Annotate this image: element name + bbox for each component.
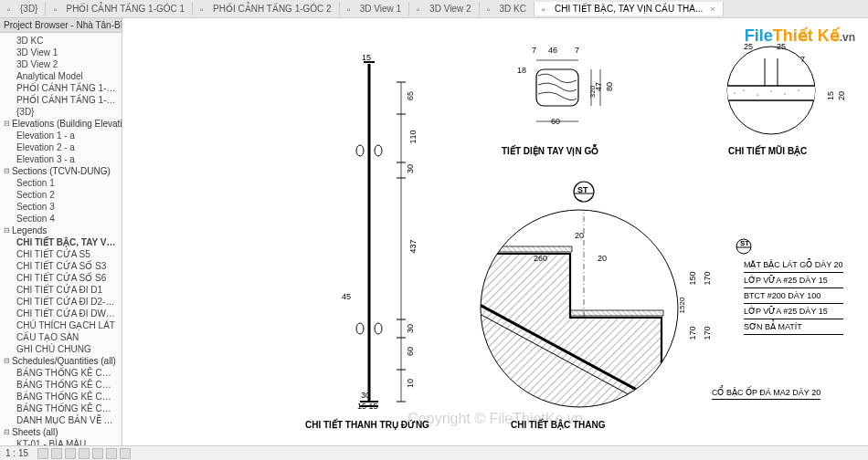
svg-point-4 xyxy=(356,145,364,156)
close-icon[interactable]: × xyxy=(710,5,715,14)
tree-item[interactable]: CHI TIẾT CỬA SỔ S3 xyxy=(0,260,122,272)
tree-item[interactable]: 3D KC xyxy=(0,35,122,47)
tree-item[interactable]: Section 4 xyxy=(0,213,122,225)
shadows-icon[interactable] xyxy=(65,448,76,459)
dim-text: 150 xyxy=(688,271,697,285)
tree-item[interactable]: 3D View 2 xyxy=(0,58,122,70)
svg-point-7 xyxy=(375,323,382,334)
note-bottom: CỔ BẬC ỐP ĐÁ MA2 DÀY 20 xyxy=(712,388,820,400)
svg-rect-17 xyxy=(536,69,578,106)
model-graphics-icon[interactable] xyxy=(37,448,48,459)
tree-item[interactable]: Elevation 1 - a xyxy=(0,130,122,141)
tree-item[interactable]: Analytical Model xyxy=(0,70,122,82)
cube-icon: ▫ xyxy=(347,5,356,14)
crop-icon[interactable] xyxy=(79,448,90,459)
svg-point-30 xyxy=(784,93,785,94)
tab-3d-view-1[interactable]: ▫3D View 1 xyxy=(340,2,409,16)
view-tabs: ▫{3D} ▫PHỐI CẢNH TẦNG 1-GÓC 1 ▫PHỐI CẢNH… xyxy=(0,0,868,18)
hide-isolate-icon[interactable] xyxy=(106,448,117,459)
tree-item[interactable]: PHỐI CẢNH TẦNG 1-GÓC 2 xyxy=(0,94,122,106)
tree-group-header[interactable]: Schedules/Quantities (all) xyxy=(0,355,122,367)
dim-text: 260 xyxy=(534,254,547,263)
dim-text: 60 xyxy=(551,117,560,126)
tree-item[interactable]: 3D View 1 xyxy=(0,47,122,58)
tree-item[interactable]: GHI CHÚ CHUNG xyxy=(0,343,122,355)
svg-point-31 xyxy=(798,89,799,90)
tree-item[interactable]: PHỐI CẢNH TẦNG 1-GÓC 1 xyxy=(0,82,122,94)
tab-3d-kc[interactable]: ▫3D KC xyxy=(480,2,535,16)
dim-text: 15 xyxy=(362,53,371,62)
dim-text: 15 15 xyxy=(357,402,378,411)
tree-item[interactable]: CHI TIẾT BẬC, TAY VỊN CẦU TH xyxy=(0,236,122,248)
reveal-hidden-icon[interactable] xyxy=(120,448,131,459)
cube-icon: ▫ xyxy=(7,5,16,14)
tree-item[interactable]: Elevation 2 - a xyxy=(0,141,122,153)
dim-text: 20 xyxy=(575,231,584,240)
dim-text: 15 xyxy=(826,91,835,100)
svg-point-5 xyxy=(375,145,382,156)
dim-text: 110 xyxy=(408,130,418,143)
tree-item[interactable]: DANH MỤC BẢN VẼ KIẾN TRÚC xyxy=(0,414,122,426)
legend-icon: ▫ xyxy=(542,5,551,14)
project-browser: Project Browser - Nhà Tân-Bình Giang-...… xyxy=(0,18,122,445)
cube-icon: ▫ xyxy=(487,5,496,14)
tree-item[interactable]: Section 2 xyxy=(0,189,122,201)
project-browser-title: Project Browser - Nhà Tân-Bình Giang-... xyxy=(0,18,122,33)
tree-item[interactable]: CHI TIẾT CỬA S5 xyxy=(0,248,122,260)
dim-text: 25 xyxy=(744,42,753,51)
dim-text: 10 xyxy=(406,379,415,388)
drawing-nosing xyxy=(707,40,835,141)
dim-text: 170 xyxy=(688,326,697,340)
sun-path-icon[interactable] xyxy=(51,448,62,459)
dim-text: 7 xyxy=(532,46,536,55)
status-bar: 1 : 15 xyxy=(0,445,868,460)
drawing-canvas[interactable]: FileThiết Kế.vn 15 65 110 30 437 xyxy=(122,18,868,445)
view-control-icons xyxy=(37,448,131,459)
dim-text: 30 xyxy=(361,391,370,400)
tree-item[interactable]: CHI TIẾT CỬA SỔ S6 xyxy=(0,272,122,284)
section-tag-text: ST xyxy=(740,239,749,247)
tree-group-header[interactable]: Elevations (Building Elevation) xyxy=(0,118,122,130)
dim-text: 7 xyxy=(575,46,579,55)
svg-point-28 xyxy=(757,94,757,95)
tree-item[interactable]: BẢNG THỐNG KÊ CỬA SỔ THEO T xyxy=(0,379,122,391)
copyright-watermark: Copyright © FileThietKe.vn xyxy=(408,411,582,427)
dim-text: 20 xyxy=(837,91,846,100)
tree-group-header[interactable]: Sheets (all) xyxy=(0,426,122,438)
drawing-post xyxy=(314,46,424,429)
drawing-title: TIẾT DIỆN TAY VỊN GỖ xyxy=(502,146,598,156)
tab-3d[interactable]: ▫{3D} xyxy=(0,2,46,16)
tree-item[interactable]: KT-01 - BÌA MÀU xyxy=(0,438,122,445)
tree-item[interactable]: CẤU TẠO SÀN xyxy=(0,331,122,343)
scale-display[interactable]: 1 : 15 xyxy=(5,448,28,458)
tree-item[interactable]: CHI TIẾT CỬA ĐI D2-SL 07 BỘ xyxy=(0,296,122,308)
tree-group-header[interactable]: Legends xyxy=(0,225,122,236)
svg-point-26 xyxy=(734,92,735,93)
cube-icon: ▫ xyxy=(53,5,62,14)
dim-text: 320 xyxy=(588,86,597,98)
crop-region-icon[interactable] xyxy=(92,448,103,459)
svg-rect-24 xyxy=(725,86,817,100)
svg-point-29 xyxy=(770,90,771,91)
dim-text: 45 xyxy=(342,292,351,301)
tree-item[interactable]: CHÚ THÍCH GẠCH LÁT xyxy=(0,319,122,331)
tree-group-header[interactable]: Sections (TCVN-DUNG) xyxy=(0,165,122,177)
tree-item[interactable]: CHI TIẾT CỬA ĐI D1 xyxy=(0,284,122,296)
tab-phoi-canh-1[interactable]: ▫PHỐI CẢNH TẦNG 1-GÓC 1 xyxy=(46,2,193,16)
tree-item[interactable]: BẢNG THỐNG KÊ CỬA SỔ xyxy=(0,367,122,379)
dim-text: 7 xyxy=(800,55,805,64)
tree-item[interactable]: Section 3 xyxy=(0,201,122,213)
tree-item[interactable]: BẢNG THỐNG KÊ CỬA ĐI xyxy=(0,391,122,402)
dim-text: 18 xyxy=(517,66,526,75)
tab-chi-tiet-bac[interactable]: ▫CHI TIẾT BẬC, TAY VỊN CẦU THA...× xyxy=(535,2,724,16)
tab-phoi-canh-2[interactable]: ▫PHỐI CẢNH TẦNG 1-GÓC 2 xyxy=(193,2,340,16)
tree-item[interactable]: BẢNG THỐNG KÊ CỬA ĐI THEO T xyxy=(0,402,122,414)
tree-item[interactable]: Elevation 3 - a xyxy=(0,153,122,165)
tree-item[interactable]: Section 1 xyxy=(0,177,122,189)
tree-item[interactable]: CHI TIẾT CỬA ĐI DW-SL 03 BỘ xyxy=(0,308,122,319)
cube-icon: ▫ xyxy=(200,5,209,14)
construction-notes: MẶT BẬC LÁT GỖ DÀY 20LỚP VỮA #25 DÀY 15B… xyxy=(744,257,843,335)
tab-3d-view-2[interactable]: ▫3D View 2 xyxy=(409,2,479,16)
tree-item[interactable]: {3D} xyxy=(0,106,122,118)
dim-text: 20 xyxy=(598,254,607,263)
